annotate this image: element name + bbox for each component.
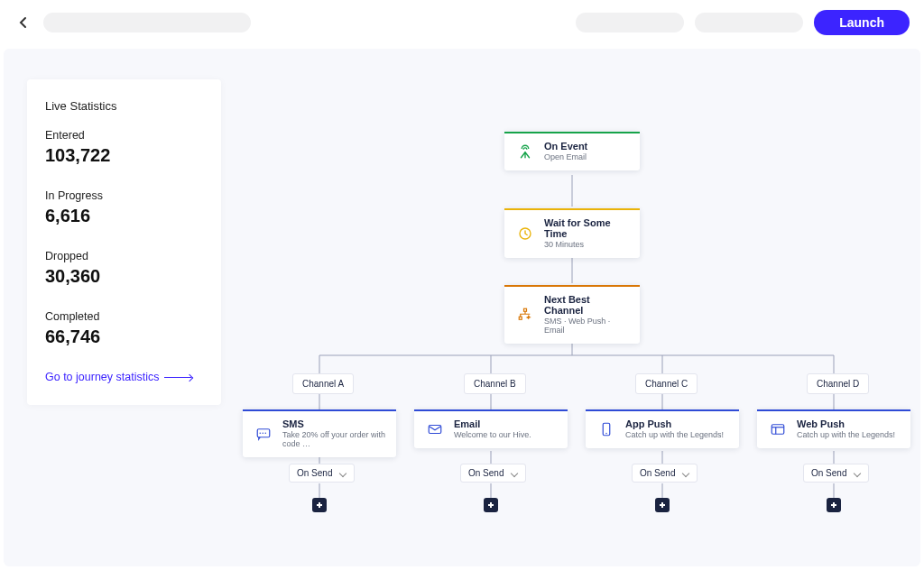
node-title: Email xyxy=(454,418,531,429)
svg-point-26 xyxy=(605,432,607,434)
branch-label: Channel B xyxy=(464,373,526,394)
live-statistics-panel: Live Statistics Entered 103,722 In Progr… xyxy=(27,79,221,405)
node-title: Wait for Some Time xyxy=(544,217,629,239)
channel-node-sms[interactable]: SMS Take 20% off your order with code … xyxy=(243,409,396,457)
node-on-event[interactable]: On Event Open Email xyxy=(504,132,640,170)
node-title: App Push xyxy=(625,418,724,429)
node-title: SMS xyxy=(282,418,385,429)
metric-label: Dropped xyxy=(45,250,203,262)
onsend-label: On Send xyxy=(811,468,846,478)
channel-node-webpush[interactable]: Web Push Catch up with the Legends! xyxy=(757,409,910,448)
chevron-down-icon xyxy=(854,470,861,477)
add-step-button[interactable] xyxy=(827,498,841,512)
launch-button[interactable]: Launch xyxy=(814,10,910,35)
phone-icon xyxy=(596,419,616,439)
back-button[interactable] xyxy=(14,14,32,32)
broadcast-icon xyxy=(515,142,535,161)
branch-label: Channel D xyxy=(807,373,869,394)
clock-icon xyxy=(515,224,535,244)
chevron-down-icon xyxy=(339,470,346,477)
channel-node-apppush[interactable]: App Push Catch up with the Legends! xyxy=(586,409,739,448)
node-split[interactable]: Next Best Channel SMS · Web Push · Email xyxy=(504,285,640,344)
email-icon xyxy=(425,419,445,439)
browser-icon xyxy=(768,419,788,439)
metric-label: Entered xyxy=(45,129,203,142)
node-subtitle: Take 20% off your order with code … xyxy=(282,430,385,448)
node-subtitle: Catch up with the Legends! xyxy=(625,430,724,439)
node-title: Web Push xyxy=(797,418,895,429)
sms-icon xyxy=(254,424,273,444)
node-title: On Event xyxy=(544,141,587,152)
on-send-dropdown[interactable]: On Send xyxy=(803,464,869,483)
onsend-label: On Send xyxy=(297,468,332,478)
svg-rect-22 xyxy=(519,317,522,319)
on-send-dropdown[interactable]: On Send xyxy=(289,464,355,483)
add-step-button[interactable] xyxy=(655,498,670,512)
node-title: Next Best Channel xyxy=(544,294,629,316)
link-label: Go to journey statistics xyxy=(45,371,159,383)
chevron-down-icon xyxy=(682,470,689,477)
onsend-label: On Send xyxy=(640,468,675,478)
title-placeholder xyxy=(43,13,251,32)
svg-rect-24 xyxy=(429,425,441,433)
branch-label: Channel C xyxy=(635,373,698,394)
metric-value: 30,360 xyxy=(45,266,203,287)
metric-label: Completed xyxy=(45,310,203,323)
metric-value: 103,722 xyxy=(45,145,203,166)
branch-icon xyxy=(515,305,535,325)
svg-rect-27 xyxy=(772,424,784,434)
node-subtitle: SMS · Web Push · Email xyxy=(544,317,629,335)
chevron-down-icon xyxy=(511,470,518,477)
metric-value: 66,746 xyxy=(45,326,203,347)
node-subtitle: Catch up with the Legends! xyxy=(797,430,895,439)
channel-node-email[interactable]: Email Welcome to our Hive. xyxy=(414,409,568,448)
node-subtitle: Welcome to our Hive. xyxy=(454,430,531,439)
arrow-right-icon xyxy=(164,377,191,378)
on-send-dropdown[interactable]: On Send xyxy=(460,464,526,483)
go-to-statistics-link[interactable]: Go to journey statistics xyxy=(45,371,203,383)
node-subtitle: 30 Minutes xyxy=(544,240,629,249)
header-placeholder-1 xyxy=(576,13,684,32)
branch-label: Channel A xyxy=(292,373,354,394)
node-wait[interactable]: Wait for Some Time 30 Minutes xyxy=(504,208,640,258)
panel-title: Live Statistics xyxy=(45,99,203,113)
add-step-button[interactable] xyxy=(484,498,498,512)
on-send-dropdown[interactable]: On Send xyxy=(632,464,698,483)
node-subtitle: Open Email xyxy=(544,152,587,161)
add-step-button[interactable] xyxy=(312,498,327,512)
metric-label: In Progress xyxy=(45,189,203,202)
onsend-label: On Send xyxy=(468,468,504,478)
header-placeholder-2 xyxy=(695,13,803,32)
svg-rect-21 xyxy=(524,308,527,311)
metric-value: 6,616 xyxy=(45,206,203,226)
